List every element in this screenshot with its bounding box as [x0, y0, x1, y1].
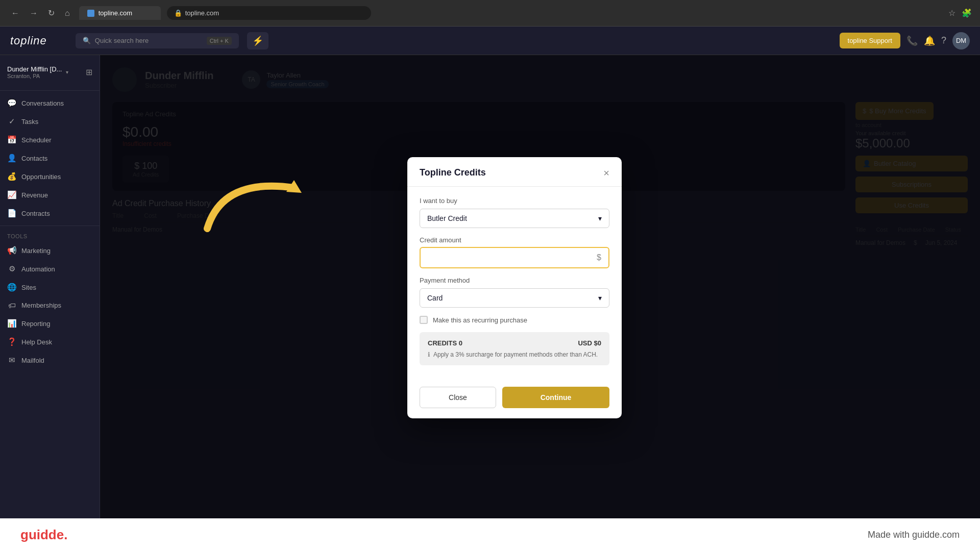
surcharge-text: Apply a 3% surcharge for payment methods…: [433, 351, 598, 358]
guidde-tagline: Made with guidde.com: [868, 530, 960, 540]
sidebar-divider-1: [0, 90, 100, 91]
forward-button[interactable]: →: [27, 7, 41, 20]
modal-footer: Close Continue: [407, 379, 622, 418]
sidebar-label-mailfold: Mailfold: [21, 357, 44, 364]
credits-summary: CREDITS 0 USD $0 ℹ Apply a 3% surcharge …: [420, 332, 609, 365]
sidebar-item-automation[interactable]: ⚙ Automation: [0, 260, 100, 278]
modal-close-btn[interactable]: Close: [420, 387, 496, 408]
select-chevron-icon: ▾: [598, 214, 602, 222]
sidebar-item-marketing[interactable]: 📢 Marketing: [0, 241, 100, 260]
bookmark-button[interactable]: ☆: [948, 8, 955, 18]
credit-type-select[interactable]: Butler Credit ▾: [420, 209, 609, 228]
browser-tab[interactable]: topline.com: [79, 6, 161, 20]
workspace-city: Scranton, PA: [7, 73, 62, 79]
sidebar-item-memberships[interactable]: 🏷 Memberships: [0, 296, 100, 314]
tools-label: Tools: [0, 229, 100, 241]
sidebar-label-contacts: Contacts: [21, 155, 47, 162]
automation-icon: ⚙: [7, 264, 16, 273]
app-shell: topline 🔍 Quick search here Ctrl + K ⚡ t…: [0, 27, 980, 551]
credit-type-value: Butler Credit: [427, 214, 467, 222]
arrow-svg: [192, 137, 335, 249]
credit-amount-input-wrap: $: [420, 247, 609, 268]
credit-amount-label: Credit amount: [420, 236, 609, 244]
user-avatar[interactable]: DM: [952, 32, 970, 49]
sidebar-label-memberships: Memberships: [21, 302, 61, 309]
sidebar-label-tasks: Tasks: [21, 118, 38, 126]
sidebar-item-sites[interactable]: 🌐 Sites: [0, 278, 100, 296]
address-text: topline.com: [185, 9, 219, 17]
marketing-icon: 📢: [7, 246, 16, 255]
sidebar-label-reporting: Reporting: [21, 320, 50, 328]
want-to-buy-label: I want to buy: [420, 197, 609, 205]
info-icon: ℹ: [428, 351, 430, 358]
sidebar-toggle-icon[interactable]: ⊞: [86, 67, 92, 77]
modal-body: I want to buy Butler Credit ▾ Credit amo…: [407, 187, 622, 379]
support-button[interactable]: topline Support: [840, 33, 900, 48]
recurring-label: Make this as recurring purchase: [433, 316, 527, 324]
payment-method-label: Payment method: [420, 277, 609, 284]
contracts-icon: 📄: [7, 209, 16, 218]
surcharge-row: ℹ Apply a 3% surcharge for payment metho…: [428, 351, 601, 358]
modal-continue-btn[interactable]: Continue: [502, 387, 609, 408]
sidebar-item-opportunities[interactable]: 💰 Opportunities: [0, 167, 100, 186]
extensions-button[interactable]: 🧩: [962, 8, 972, 18]
sidebar-item-conversations[interactable]: 💬 Conversations: [0, 94, 100, 112]
credit-amount-input[interactable]: [428, 253, 597, 262]
recurring-checkbox[interactable]: [420, 316, 428, 324]
search-placeholder: Quick search here: [95, 37, 149, 44]
browser-actions: ☆ 🧩: [948, 8, 972, 18]
lightning-button[interactable]: ⚡: [247, 32, 268, 49]
payment-chevron-icon: ▾: [598, 294, 602, 302]
sidebar-label-marketing: Marketing: [21, 247, 51, 255]
mailfold-icon: ✉: [7, 356, 16, 365]
contacts-icon: 👤: [7, 154, 16, 163]
sidebar-label-revenue: Revenue: [21, 191, 48, 199]
guidde-logo: guidde.: [20, 527, 67, 543]
reload-button[interactable]: ↻: [45, 6, 58, 20]
sidebar-item-mailfold[interactable]: ✉ Mailfold: [0, 351, 100, 369]
browser-chrome: ← → ↻ ⌂ topline.com 🔒 topline.com ☆ 🧩: [0, 0, 980, 27]
conversations-icon: 💬: [7, 98, 16, 108]
tab-favicon: [87, 10, 94, 17]
search-bar[interactable]: 🔍 Quick search here Ctrl + K: [76, 33, 239, 48]
address-bar[interactable]: 🔒 topline.com: [167, 6, 371, 20]
sidebar-label-helpdesk: Help Desk: [21, 338, 52, 346]
modal-close-button[interactable]: ×: [603, 168, 609, 178]
sidebar-item-tasks[interactable]: ✓ Tasks: [0, 112, 100, 131]
sidebar-divider-2: [0, 226, 100, 226]
sidebar-label-contracts: Contracts: [21, 210, 50, 217]
opportunities-icon: 💰: [7, 172, 16, 181]
sidebar-item-revenue[interactable]: 📈 Revenue: [0, 186, 100, 204]
credit-amount-section: Credit amount $: [420, 236, 609, 268]
sidebar-label-opportunities: Opportunities: [21, 173, 61, 181]
sidebar-item-reporting[interactable]: 📊 Reporting: [0, 314, 100, 333]
top-nav: topline 🔍 Quick search here Ctrl + K ⚡ t…: [0, 27, 980, 55]
payment-method-value: Card: [427, 294, 443, 302]
notification-icon[interactable]: 🔔: [924, 35, 935, 46]
modal-overlay: Topline Credits × I want to buy Butler C…: [100, 55, 980, 551]
helpdesk-icon: ❓: [7, 337, 16, 346]
modal-title: Topline Credits: [420, 167, 486, 178]
phone-icon[interactable]: 📞: [906, 35, 918, 46]
sidebar-label-sites: Sites: [21, 284, 36, 291]
search-icon: 🔍: [83, 37, 91, 44]
credits-count-label: CREDITS 0: [428, 339, 462, 347]
help-icon[interactable]: ?: [941, 35, 946, 46]
sidebar-label-conversations: Conversations: [21, 99, 64, 107]
workspace-selector[interactable]: Dunder Mifflin [D... Scranton, PA ▾ ⊞: [0, 61, 100, 83]
guidde-footer: guidde. Made with guidde.com: [0, 518, 980, 551]
tab-url: topline.com: [99, 9, 132, 17]
scheduler-icon: 📅: [7, 135, 16, 144]
lock-icon: 🔒: [174, 9, 182, 17]
sidebar-label-scheduler: Scheduler: [21, 136, 52, 144]
content-area: Dunder Mifflin Subscriber TA Taylor Alle…: [100, 55, 980, 551]
sidebar-item-contracts[interactable]: 📄 Contracts: [0, 204, 100, 222]
home-button[interactable]: ⌂: [62, 7, 73, 20]
sidebar-item-helpdesk[interactable]: ❓ Help Desk: [0, 333, 100, 351]
payment-method-select[interactable]: Card ▾: [420, 288, 609, 308]
app-logo: topline: [10, 34, 47, 47]
back-button[interactable]: ←: [8, 7, 22, 20]
workspace-chevron-icon: ▾: [66, 69, 68, 75]
sidebar-item-contacts[interactable]: 👤 Contacts: [0, 149, 100, 167]
sidebar-item-scheduler[interactable]: 📅 Scheduler: [0, 131, 100, 149]
